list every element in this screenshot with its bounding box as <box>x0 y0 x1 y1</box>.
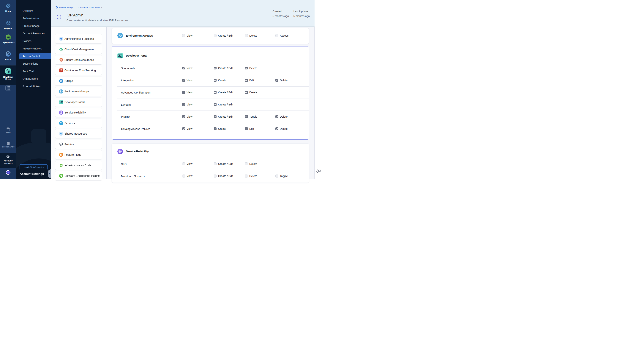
svg-text:?: ? <box>7 128 8 129</box>
svg-text:$: $ <box>60 49 62 50</box>
